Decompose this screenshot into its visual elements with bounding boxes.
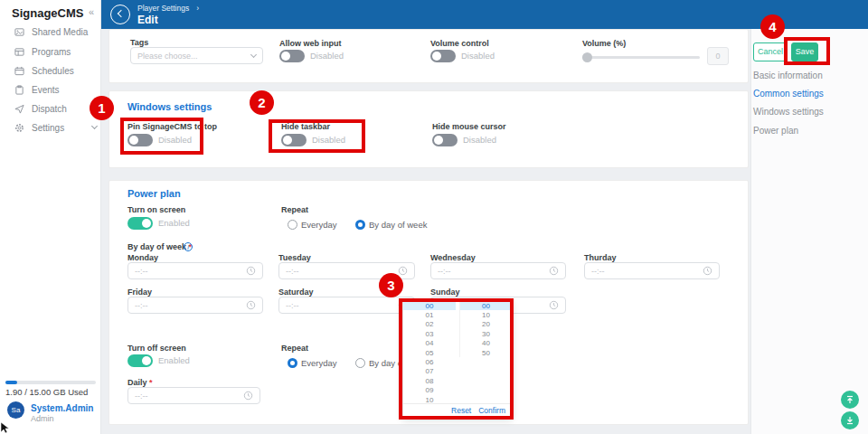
hide-mouse-cursor-label: Hide mouse cursor bbox=[432, 122, 506, 131]
allow-web-input-toggle[interactable] bbox=[279, 50, 305, 62]
repeat-on-everyday-radio[interactable] bbox=[288, 220, 297, 230]
sidebar-item-dispatch[interactable]: Dispatch bbox=[14, 101, 98, 116]
sidebar-item-schedules[interactable]: Schedules bbox=[14, 63, 98, 78]
thursday-time-field[interactable]: --:-- bbox=[584, 262, 720, 279]
time-placeholder: --:-- bbox=[135, 392, 148, 401]
events-icon bbox=[14, 85, 24, 95]
breadcrumb-separator-icon: › bbox=[196, 4, 199, 13]
volume-control-toggle[interactable] bbox=[430, 50, 456, 62]
sunday-label: Sunday bbox=[430, 288, 460, 297]
turn-off-screen-state: Enabled bbox=[158, 355, 190, 365]
time-placeholder: --:-- bbox=[135, 301, 148, 310]
hide-mouse-cursor-toggle[interactable] bbox=[432, 134, 458, 146]
page-title: Edit bbox=[137, 14, 158, 26]
scroll-to-bottom-button[interactable] bbox=[841, 411, 859, 429]
chevron-down-icon bbox=[250, 51, 257, 57]
programs-icon bbox=[14, 47, 24, 57]
nav-basic-information[interactable]: Basic information bbox=[753, 71, 823, 80]
repeat-off-everyday-label[interactable]: Everyday bbox=[301, 358, 337, 368]
sidebar-item-events[interactable]: Events bbox=[14, 82, 98, 97]
daily-time-field[interactable]: --:-- bbox=[127, 387, 260, 404]
annotation-circle-4: 4 bbox=[760, 14, 785, 39]
avatar[interactable]: Sa bbox=[7, 401, 24, 419]
volume-slider-thumb[interactable] bbox=[582, 52, 592, 62]
time-placeholder: --:-- bbox=[286, 301, 299, 310]
friday-time-field[interactable]: --:-- bbox=[127, 297, 263, 314]
tags-placeholder: Please choose... bbox=[137, 52, 198, 61]
turn-on-screen-label: Turn on screen bbox=[127, 205, 185, 214]
turn-on-screen-state: Enabled bbox=[158, 218, 190, 228]
turn-on-screen-toggle[interactable] bbox=[127, 217, 153, 230]
repeat-off-bydayofweek-radio[interactable] bbox=[355, 358, 365, 368]
breadcrumb-item[interactable]: Player Settings bbox=[137, 4, 189, 13]
volume-control-label: Volume control bbox=[430, 39, 489, 48]
volume-value-input[interactable]: 0 bbox=[707, 47, 729, 65]
volume-label: Volume (%) bbox=[582, 39, 626, 48]
info-icon[interactable] bbox=[184, 242, 193, 251]
sidebar-item-label: Programs bbox=[32, 47, 71, 57]
monday-time-field[interactable]: --:-- bbox=[127, 262, 263, 279]
annotation-box-2 bbox=[269, 119, 365, 153]
user-name[interactable]: System.Admin bbox=[31, 403, 93, 413]
collapse-sidebar-icon[interactable]: « bbox=[89, 6, 94, 17]
nav-windows-settings[interactable]: Windows settings bbox=[753, 107, 824, 117]
storage-progress-fill bbox=[5, 381, 17, 384]
sidebar: SignageCMS « Shared Media Programs Sched… bbox=[0, 0, 101, 434]
volume-slider[interactable] bbox=[582, 56, 700, 59]
sidebar-item-settings[interactable]: Settings bbox=[14, 120, 98, 135]
dispatch-icon bbox=[14, 104, 24, 114]
sidebar-item-label: Events bbox=[32, 85, 60, 95]
breadcrumb[interactable]: Player Settings › bbox=[137, 4, 199, 13]
hide-mouse-cursor-state: Disabled bbox=[463, 135, 496, 145]
sidebar-item-label: Schedules bbox=[32, 66, 74, 76]
user-role: Admin bbox=[31, 414, 54, 423]
repeat-on-bydayofweek-label[interactable]: By day of week bbox=[369, 220, 427, 230]
repeat-off-everyday-radio[interactable] bbox=[288, 358, 297, 368]
nav-common-settings[interactable]: Common settings bbox=[753, 89, 824, 99]
storage-progress-bar bbox=[5, 381, 96, 384]
wednesday-time-field[interactable]: --:-- bbox=[430, 262, 566, 279]
repeat-on-bydayofweek-radio[interactable] bbox=[355, 220, 365, 230]
scroll-to-top-button[interactable] bbox=[841, 391, 859, 409]
sidebar-item-label: Shared Media bbox=[32, 27, 88, 37]
tags-label: Tags bbox=[130, 38, 148, 47]
chevron-down-icon bbox=[91, 123, 98, 129]
by-day-of-week-label: By day of week * bbox=[127, 242, 192, 251]
wednesday-label: Wednesday bbox=[430, 253, 476, 262]
repeat-off-label: Repeat bbox=[281, 344, 308, 353]
clock-icon bbox=[549, 300, 559, 310]
annotation-box-4 bbox=[784, 37, 830, 65]
friday-label: Friday bbox=[127, 288, 152, 297]
back-button[interactable] bbox=[110, 5, 130, 24]
repeat-on-everyday-label[interactable]: Everyday bbox=[301, 220, 337, 230]
page-header: Player Settings › Edit bbox=[101, 0, 868, 29]
time-placeholder: --:-- bbox=[286, 267, 299, 276]
time-placeholder: --:-- bbox=[438, 267, 451, 276]
back-icon bbox=[118, 10, 125, 17]
annotation-circle-1: 1 bbox=[90, 96, 114, 120]
clock-icon bbox=[243, 391, 253, 401]
by-day-of-week-text: By day of week bbox=[127, 242, 186, 251]
windows-settings-card: Windows settings Pin SignageCMS to top D… bbox=[108, 90, 749, 168]
sidebar-item-label: Settings bbox=[32, 123, 64, 133]
clock-icon bbox=[246, 300, 256, 310]
tuesday-label: Tuesday bbox=[278, 253, 311, 262]
nav-power-plan[interactable]: Power plan bbox=[753, 126, 798, 136]
annotation-circle-2: 2 bbox=[250, 90, 274, 115]
allow-web-input-label: Allow web input bbox=[279, 39, 342, 48]
saturday-time-field[interactable]: --:-- bbox=[278, 297, 415, 314]
schedules-icon bbox=[14, 66, 24, 76]
turn-off-screen-toggle[interactable] bbox=[127, 354, 153, 367]
sidebar-item-shared-media[interactable]: Shared Media bbox=[14, 24, 98, 39]
common-settings-card: Tags Please choose... Allow web input Di… bbox=[108, 29, 749, 83]
tags-select[interactable]: Please choose... bbox=[130, 47, 263, 64]
scroll-to-bottom-icon bbox=[845, 412, 854, 429]
windows-settings-title: Windows settings bbox=[127, 101, 212, 112]
cancel-button[interactable]: Cancel bbox=[753, 42, 788, 61]
daily-text: Daily bbox=[127, 378, 147, 387]
sidebar-item-programs[interactable]: Programs bbox=[14, 44, 98, 59]
mouse-cursor bbox=[0, 421, 10, 434]
time-placeholder: --:-- bbox=[591, 267, 605, 276]
clock-icon bbox=[246, 266, 256, 276]
app-logo: SignageCMS bbox=[12, 6, 83, 20]
